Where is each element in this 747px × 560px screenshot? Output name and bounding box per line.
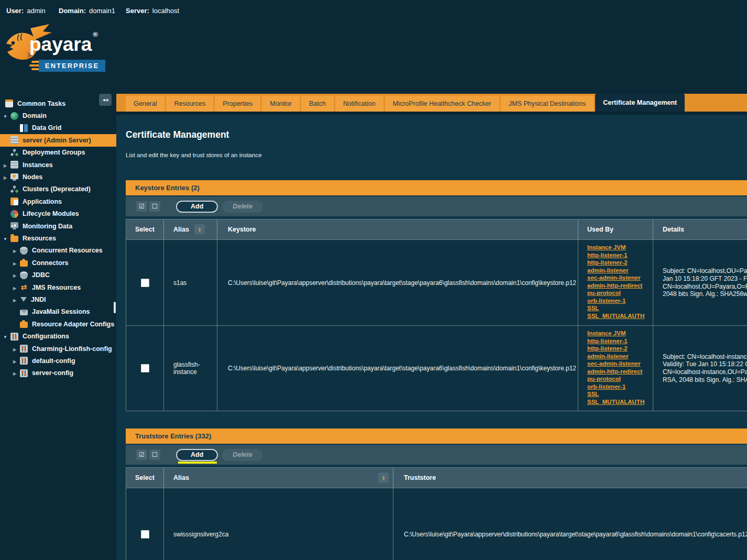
keystore-table: Select Alias Keystore Used By Details s1… [126, 219, 747, 411]
row-checkbox[interactable] [141, 530, 149, 539]
tab-monitor[interactable]: Monitor [262, 96, 300, 112]
keystore-path-cell: C:\Users\luise\git\Payara\appserver\dist… [217, 240, 578, 325]
used-by-link[interactable]: http-listener-2 [587, 259, 628, 267]
expander-right-icon[interactable] [13, 247, 16, 254]
col-keystore: Keystore [217, 219, 578, 239]
keystore-toolbar: Add Delete [126, 196, 747, 216]
used-by-link[interactable]: pu-protocol [587, 375, 621, 383]
used-by-cell: Instance JVM http-listener-1 http-listen… [578, 326, 653, 411]
tab-certificate-management[interactable]: Certificate Management [595, 94, 685, 112]
sidebar-item-domain[interactable]: Domain [0, 109, 116, 122]
sidebar-item-connectors[interactable]: Connectors [0, 257, 116, 269]
used-by-link[interactable]: admin-listener [587, 267, 629, 274]
sidebar-item-instances[interactable]: Instances [0, 159, 116, 171]
expander-right-icon[interactable] [4, 173, 7, 181]
tab-properties[interactable]: Properties [215, 96, 260, 112]
expander-right-icon[interactable] [13, 259, 16, 267]
used-by-link[interactable]: SSL [587, 390, 599, 398]
keystore-section: Keystore Entries (2) Add Delete Select A… [126, 180, 747, 411]
database-icon [20, 247, 28, 255]
sidebar-item-applications[interactable]: Applications [0, 195, 116, 207]
used-by-link[interactable]: http-listener-1 [587, 251, 628, 259]
sidebar-item-resource-adapter-configs[interactable]: Resource Adapter Configs [0, 318, 116, 330]
sidebar-item-jdbc[interactable]: JDBC [0, 269, 116, 281]
expander-down-icon[interactable] [3, 235, 7, 242]
deployment-groups-icon [10, 149, 18, 157]
expander-right-icon[interactable] [13, 357, 16, 365]
sidebar-item-data-grid[interactable]: Data Grid [0, 122, 116, 134]
page-title: Certificate Management [126, 129, 229, 140]
used-by-link[interactable]: http-listener-2 [587, 345, 628, 353]
tab-notification[interactable]: Notification [335, 96, 383, 112]
truststore-add-button[interactable]: Add [176, 449, 218, 461]
expander-right-icon[interactable] [13, 345, 16, 353]
used-by-link[interactable]: admin-http-redirect [587, 368, 642, 376]
sidebar-item-lifecycle-modules[interactable]: Lifecycle Modules [0, 208, 116, 220]
expander-right-icon[interactable] [13, 369, 16, 377]
col-alias: Alias [164, 468, 393, 488]
alias-sort-button[interactable] [378, 473, 389, 483]
user-value: admin [27, 7, 45, 15]
used-by-link[interactable]: SSL [587, 304, 599, 312]
used-by-link[interactable]: admin-listener [587, 353, 629, 360]
sidebar-item-monitoring-data[interactable]: Monitoring Data [0, 220, 116, 232]
expander-right-icon[interactable] [13, 271, 16, 279]
sidebar-item-deployment-groups[interactable]: Deployment Groups [0, 147, 116, 159]
used-by-link[interactable]: orb-listener-1 [587, 297, 626, 305]
expander-right-icon[interactable] [13, 284, 16, 291]
alias-sort-button[interactable] [194, 224, 205, 235]
sidebar-item-jms-resources[interactable]: JMS Resources [0, 281, 116, 293]
used-by-link[interactable]: sec-admin-listener [587, 360, 641, 368]
deselect-all-button[interactable] [149, 201, 160, 212]
col-select: Select [126, 219, 164, 239]
keystore-table-header: Select Alias Keystore Used By Details [126, 219, 747, 240]
sidebar-item-default-config[interactable]: default-config [0, 355, 116, 367]
sidebar-item-resources[interactable]: Resources [0, 232, 116, 244]
truststore-delete-button[interactable]: Delete [222, 449, 263, 461]
used-by-link[interactable]: SSL_MUTUALAUTH [587, 312, 644, 320]
used-by-link[interactable]: admin-http-redirect [587, 282, 642, 290]
sidebar-item-nodes[interactable]: Nodes [0, 171, 116, 183]
used-by-link[interactable]: http-listener-1 [587, 337, 628, 345]
used-by-link[interactable]: SSL_MUTUALAUTH [587, 398, 644, 406]
tab-resources[interactable]: Resources [166, 96, 213, 112]
registered-mark: ® [93, 30, 98, 38]
instances-icon [10, 161, 18, 169]
tab-general[interactable]: General [126, 96, 164, 112]
col-alias: Alias [164, 219, 217, 239]
sidebar-item-clusters-deprecated[interactable]: Clusters (Deprecated) [0, 183, 116, 195]
sidebar-item-javamail-sessions[interactable]: JavaMail Sessions [0, 306, 116, 318]
row-checkbox[interactable] [141, 364, 149, 372]
col-select: Select [126, 468, 164, 488]
sidebar-item-concurrent-resources[interactable]: Concurrent Resources [0, 245, 116, 257]
tab-batch[interactable]: Batch [301, 96, 334, 112]
admin-console: User: admin Domain: domain1 Server: loca… [0, 0, 747, 560]
expander-down-icon[interactable] [3, 333, 7, 340]
nodes-icon [10, 173, 18, 181]
used-by-link[interactable]: Instance JVM [587, 244, 626, 251]
sliders-icon [20, 357, 28, 365]
expander-down-icon[interactable] [3, 112, 7, 119]
used-by-link[interactable]: sec-admin-listener [587, 274, 641, 282]
keystore-add-button[interactable]: Add [176, 201, 218, 213]
used-by-link[interactable]: orb-listener-1 [587, 383, 626, 391]
sidebar-item-configurations[interactable]: Configurations [0, 330, 116, 342]
tab-jms-physical-destinations[interactable]: JMS Physical Destinations [501, 96, 594, 112]
deselect-all-button[interactable] [149, 449, 160, 460]
row-checkbox[interactable] [141, 279, 149, 287]
select-all-button[interactable] [136, 201, 147, 212]
sidebar-item-jndi[interactable]: JNDI [0, 293, 116, 305]
expander-right-icon[interactable] [4, 161, 7, 169]
page-subtitle: List and edit the key and trust stores o… [126, 152, 262, 158]
used-by-link[interactable]: Instance JVM [587, 330, 626, 337]
sidebar-item-server-admin-server[interactable]: server (Admin Server) [0, 134, 116, 146]
expander-right-icon[interactable] [13, 296, 16, 303]
keystore-delete-button[interactable]: Delete [222, 201, 263, 213]
jms-arrows-icon [20, 283, 28, 291]
select-all-button[interactable] [136, 449, 147, 460]
tab-microprofile-healthcheck-checker[interactable]: MicroProfile Healthcheck Checker [385, 96, 499, 112]
sidebar-item-common-tasks[interactable]: Common Tasks [0, 97, 116, 109]
sidebar-item-server-config[interactable]: server-config [0, 367, 116, 379]
sidebar-item-charming-lionfish-config[interactable]: Charming-Lionfish-config [0, 343, 116, 355]
used-by-link[interactable]: pu-protocol [587, 289, 621, 297]
